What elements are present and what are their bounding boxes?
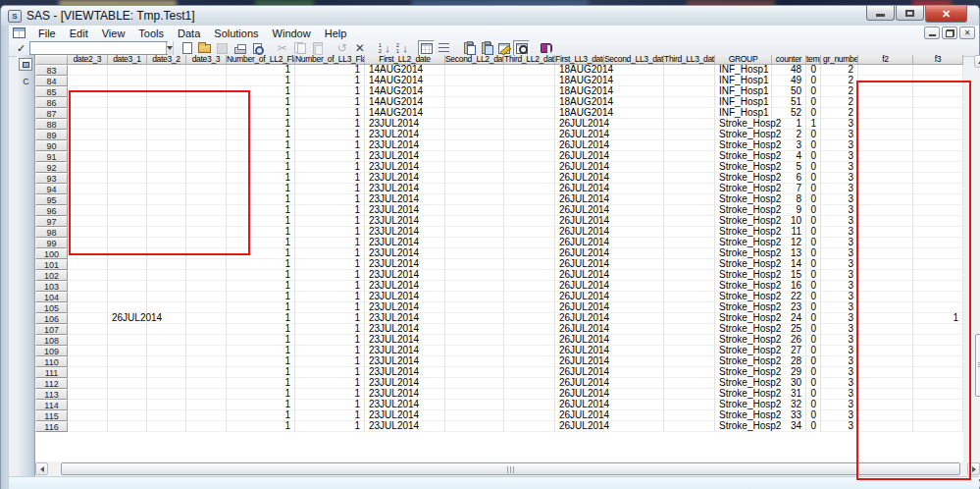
- cell-date3_1[interactable]: [108, 86, 147, 97]
- horizontal-scrollbar[interactable]: [35, 462, 980, 476]
- cell-Third_LL3_date[interactable]: [664, 313, 715, 324]
- cell-f3[interactable]: [913, 389, 963, 400]
- cell-Third_LL3_date[interactable]: [664, 270, 715, 281]
- cell-f3[interactable]: [913, 421, 963, 432]
- cell-Third_LL2_date[interactable]: [504, 356, 555, 367]
- cell-date3_2[interactable]: [147, 313, 186, 324]
- cell-Second_LL3_date[interactable]: [604, 76, 664, 86]
- cell-date3_2[interactable]: [147, 281, 186, 292]
- column-header-Second_LL2_date[interactable]: Second_LL2_date: [445, 55, 504, 65]
- cell-date3_1[interactable]: [108, 65, 147, 76]
- cell-f3[interactable]: [913, 400, 963, 410]
- cell-Second_LL2_date[interactable]: [445, 140, 504, 151]
- row-number[interactable]: 114: [35, 400, 68, 410]
- cell-Third_LL3_date[interactable]: [664, 410, 715, 421]
- cell-date2_3[interactable]: [68, 346, 108, 356]
- cell-Number_of_LL3_Flags[interactable]: 1: [295, 421, 365, 432]
- cell-date3_3[interactable]: [186, 65, 227, 76]
- cell-date3_2[interactable]: [147, 216, 186, 227]
- cell-Third_LL3_date[interactable]: [664, 108, 715, 119]
- row-number[interactable]: 110: [35, 356, 68, 367]
- cell-Third_LL2_date[interactable]: [504, 227, 555, 238]
- cell-date3_3[interactable]: [186, 238, 227, 248]
- cell-date2_3[interactable]: [68, 65, 108, 76]
- cell-Third_LL2_date[interactable]: [504, 97, 555, 108]
- cell-date3_1[interactable]: [108, 184, 147, 194]
- row-number[interactable]: 89: [35, 130, 68, 140]
- cell-Second_LL3_date[interactable]: [604, 259, 664, 270]
- cell-Third_LL2_date[interactable]: [504, 194, 555, 205]
- cell-Third_LL3_date[interactable]: [664, 227, 715, 238]
- cell-f2[interactable]: [858, 346, 913, 356]
- cell-Second_LL3_date[interactable]: [604, 378, 664, 389]
- cell-date3_1[interactable]: [108, 76, 147, 86]
- cell-First_LL3_date[interactable]: 26JUL2014: [555, 421, 604, 432]
- cell-date3_3[interactable]: [186, 313, 227, 324]
- cell-f3[interactable]: [913, 194, 963, 205]
- cell-Second_LL2_date[interactable]: [445, 238, 504, 248]
- cell-Second_LL2_date[interactable]: [445, 313, 504, 324]
- column-header-Third_LL2_date[interactable]: Third_LL2_date: [504, 55, 555, 65]
- cell-f2[interactable]: [858, 281, 913, 292]
- cell-f3[interactable]: [913, 346, 963, 356]
- cell-date3_2[interactable]: [147, 65, 186, 76]
- row-number[interactable]: 92: [35, 162, 68, 173]
- cell-Third_LL2_date[interactable]: [504, 205, 555, 216]
- cell-Third_LL3_date[interactable]: [664, 65, 715, 76]
- cell-f3[interactable]: [913, 151, 963, 162]
- cell-f3[interactable]: [913, 227, 963, 238]
- cell-date3_3[interactable]: [186, 421, 227, 432]
- cell-date3_1[interactable]: [108, 248, 147, 259]
- cell-Third_LL3_date[interactable]: [664, 324, 715, 335]
- cell-date3_3[interactable]: [186, 173, 227, 184]
- cell-date2_3[interactable]: [68, 119, 108, 130]
- cell-Second_LL3_date[interactable]: [604, 140, 664, 151]
- cell-date2_3[interactable]: [68, 184, 108, 194]
- cell-date3_1[interactable]: [108, 292, 147, 302]
- cell-Third_LL3_date[interactable]: [664, 205, 715, 216]
- cell-date2_3[interactable]: [68, 410, 108, 421]
- cell-f3[interactable]: [913, 119, 963, 130]
- print-preview-button[interactable]: [249, 40, 266, 56]
- cell-date3_2[interactable]: [147, 97, 186, 108]
- cell-Third_LL2_date[interactable]: [504, 313, 555, 324]
- child-restore-button[interactable]: [942, 27, 957, 39]
- cell-Second_LL3_date[interactable]: [604, 194, 664, 205]
- cell-f2[interactable]: [858, 259, 913, 270]
- cell-date3_2[interactable]: [147, 367, 186, 378]
- cell-Third_LL3_date[interactable]: [664, 302, 715, 313]
- cell-Second_LL3_date[interactable]: [604, 400, 664, 410]
- cell-Third_LL2_date[interactable]: [504, 281, 555, 292]
- cell-date3_3[interactable]: [186, 270, 227, 281]
- cell-Second_LL2_date[interactable]: [445, 194, 504, 205]
- cell-date3_3[interactable]: [186, 76, 227, 86]
- cell-Third_LL3_date[interactable]: [664, 292, 715, 302]
- cell-date2_3[interactable]: [68, 248, 108, 259]
- cell-f2[interactable]: [858, 86, 913, 97]
- row-number[interactable]: 104: [35, 292, 68, 302]
- cell-date2_3[interactable]: [68, 194, 108, 205]
- cell-date3_1[interactable]: [108, 356, 147, 367]
- cell-date3_2[interactable]: [147, 238, 186, 248]
- cell-Third_LL2_date[interactable]: [504, 151, 555, 162]
- scroll-right-button[interactable]: [967, 462, 980, 475]
- cell-date3_3[interactable]: [186, 86, 227, 97]
- cell-date3_3[interactable]: [186, 367, 227, 378]
- cell-Third_LL2_date[interactable]: [504, 410, 555, 421]
- cell-date3_3[interactable]: [186, 130, 227, 140]
- column-header-Second_LL3_date[interactable]: Second_LL3_date: [604, 55, 664, 65]
- column-header-date2_3[interactable]: date2_3: [68, 55, 108, 65]
- cell-date3_3[interactable]: [186, 227, 227, 238]
- cell-f3[interactable]: [913, 324, 963, 335]
- cell-Second_LL3_date[interactable]: [604, 389, 664, 400]
- cell-date2_3[interactable]: [68, 216, 108, 227]
- cell-Second_LL2_date[interactable]: [445, 259, 504, 270]
- cell-date3_1[interactable]: [108, 238, 147, 248]
- cell-Third_LL2_date[interactable]: [504, 302, 555, 313]
- cell-date3_2[interactable]: [147, 227, 186, 238]
- cell-f2[interactable]: [858, 270, 913, 281]
- paste-from-clipboard-button[interactable]: [478, 40, 494, 56]
- menu-item-window[interactable]: Window: [266, 27, 318, 40]
- cell-Second_LL3_date[interactable]: [604, 97, 664, 108]
- row-number[interactable]: 106: [35, 313, 68, 324]
